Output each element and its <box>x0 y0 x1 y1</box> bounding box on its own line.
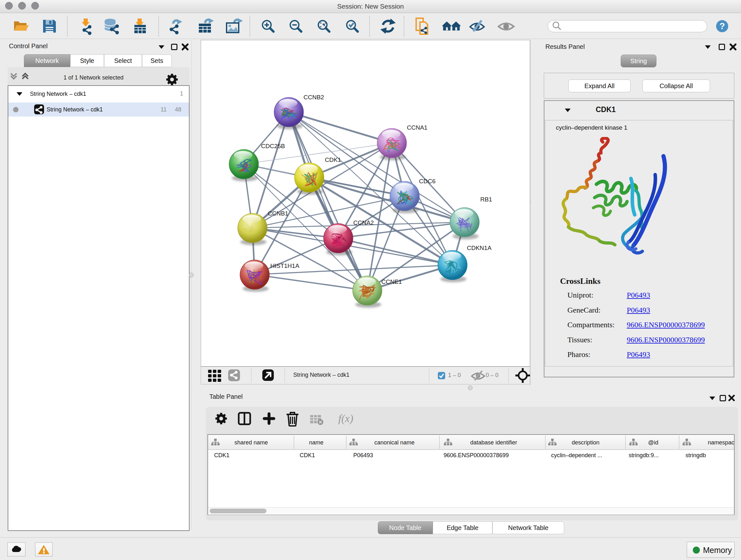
svg-text:shared name: shared name <box>234 439 268 446</box>
svg-text:name: name <box>309 439 323 446</box>
svg-text:CDC6: CDC6 <box>419 178 435 185</box>
svg-text:namespace: namespace <box>708 439 734 446</box>
svg-text:database identifier: database identifier <box>470 439 517 446</box>
svg-text:CDK1: CDK1 <box>325 157 341 163</box>
svg-text:?: ? <box>719 21 725 31</box>
svg-text:CCNA1: CCNA1 <box>407 124 427 131</box>
svg-text:description: description <box>571 439 599 446</box>
svg-text:CDKN1A: CDKN1A <box>467 245 491 251</box>
svg-text:RB1: RB1 <box>480 196 492 203</box>
svg-text:CCNA2: CCNA2 <box>353 219 374 226</box>
svg-text:CCNB1: CCNB1 <box>268 210 288 217</box>
svg-text:HIST1H1A: HIST1H1A <box>270 262 299 269</box>
svg-text:CDC25B: CDC25B <box>261 143 285 149</box>
svg-text:CCNE1: CCNE1 <box>381 278 402 285</box>
svg-text:@id: @id <box>648 439 658 446</box>
svg-text:canonical name: canonical name <box>374 439 414 446</box>
svg-text:CCNB2: CCNB2 <box>304 94 324 101</box>
svg-text:f(x): f(x) <box>338 413 353 425</box>
